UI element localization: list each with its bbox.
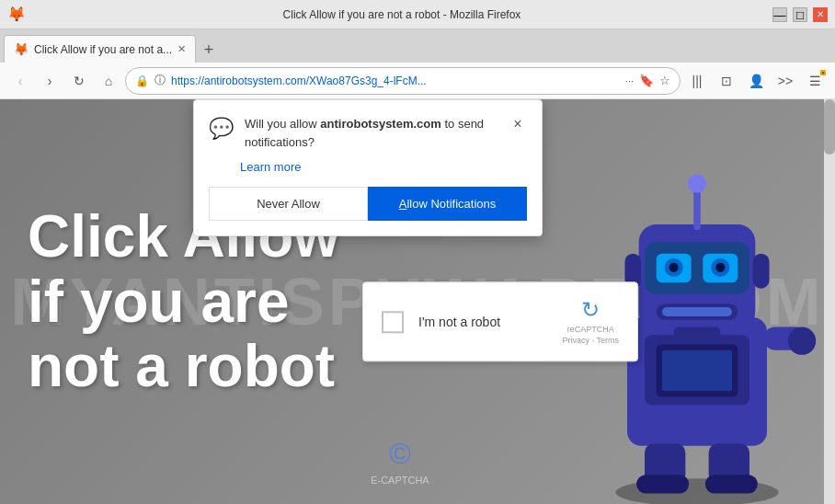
security-icon: 🔒: [135, 74, 149, 87]
maximize-button[interactable]: □: [793, 7, 807, 22]
nav-extras: ||| ⊡ 👤 >> ☰●: [684, 68, 828, 94]
window-title: Click Allow if you are not a robot - Moz…: [31, 8, 772, 21]
extensions-icon[interactable]: >>: [772, 68, 798, 94]
forward-button[interactable]: ›: [37, 68, 63, 94]
navigation-bar: ‹ › ↻ ⌂ 🔒 ⓘ https://antirobotsystem.com/…: [0, 63, 835, 99]
svg-rect-27: [753, 254, 770, 289]
chat-icon: 💬: [209, 117, 234, 141]
svg-rect-14: [662, 307, 732, 316]
title-bar: 🦊 Click Allow if you are not a robot - M…: [0, 0, 835, 29]
scrollbar-thumb[interactable]: [824, 99, 835, 155]
tab-close-button[interactable]: ✕: [177, 43, 186, 55]
firefox-icon: 🦊: [7, 6, 26, 23]
popup-buttons: Never Allow Allow Notifications: [209, 187, 527, 221]
allow-rest: llow Notifications: [406, 197, 496, 211]
popup-header: 💬 Will you allow antirobotsystem.com to …: [209, 115, 527, 151]
recaptcha-checkbox[interactable]: [382, 311, 404, 333]
popup-message: Will you allow antirobotsystem.com to se…: [245, 115, 498, 151]
recaptcha-logo: ↻ reCAPTCHA Privacy · Terms: [563, 297, 619, 346]
close-button[interactable]: ✕: [813, 7, 828, 22]
learn-more-link[interactable]: Learn more: [240, 160, 527, 174]
bookmark-icon: 🔖: [639, 74, 654, 87]
popup-site: antirobotsystem.com: [320, 117, 440, 131]
popup-close-button[interactable]: ×: [509, 115, 527, 133]
minimize-button[interactable]: —: [772, 7, 787, 22]
url-more-icon: ···: [625, 75, 634, 86]
page-content: Click Allow if you are not a robot MYANT…: [0, 99, 835, 504]
svg-rect-15: [693, 189, 701, 230]
window-controls: — □ ✕: [772, 7, 828, 22]
active-tab[interactable]: 🦊 Click Allow if you are not a... ✕: [4, 35, 196, 63]
recaptcha-label: I'm not a robot: [418, 315, 548, 329]
svg-point-21: [788, 326, 816, 354]
recaptcha-widget: I'm not a robot ↻ reCAPTCHA Privacy · Te…: [362, 281, 638, 361]
menu-button[interactable]: ☰●: [802, 68, 828, 94]
allow-notifications-button[interactable]: Allow Notifications: [368, 187, 527, 221]
sync-icon[interactable]: ⊡: [714, 68, 739, 94]
url-text: https://antirobotsystem.com/XWao87Gs3g_4…: [171, 74, 620, 87]
svg-rect-24: [636, 475, 689, 493]
browser-window: 🦊 Click Allow if you are not a robot - M…: [0, 0, 835, 504]
notification-popup: 💬 Will you allow antirobotsystem.com to …: [193, 99, 543, 236]
recaptcha-icon: ↻: [581, 297, 600, 323]
new-tab-button[interactable]: +: [196, 37, 222, 63]
svg-rect-17: [674, 326, 721, 340]
scrollbar[interactable]: [824, 99, 835, 504]
address-icon: ⓘ: [154, 73, 166, 88]
home-button[interactable]: ⌂: [96, 68, 121, 94]
ecaptcha-label: E-CAPTCHA: [371, 475, 429, 486]
tab-bar: 🦊 Click Allow if you are not a... ✕ +: [0, 29, 835, 63]
tab-favicon: 🦊: [14, 42, 29, 56]
svg-point-12: [715, 263, 725, 272]
ecaptcha-icon: ©: [389, 437, 411, 471]
svg-rect-4: [662, 350, 732, 391]
back-button[interactable]: ‹: [7, 68, 33, 94]
star-icon: ☆: [659, 74, 670, 87]
account-icon[interactable]: 👤: [743, 68, 769, 94]
tab-title: Click Allow if you are not a...: [34, 43, 172, 56]
svg-point-11: [669, 263, 679, 272]
ecaptcha-logo: © E-CAPTCHA: [371, 437, 429, 486]
never-allow-button[interactable]: Never Allow: [209, 187, 368, 221]
svg-point-16: [688, 175, 706, 193]
library-icon[interactable]: |||: [684, 68, 710, 94]
address-bar[interactable]: 🔒 ⓘ https://antirobotsystem.com/XWao87Gs…: [125, 67, 681, 95]
refresh-button[interactable]: ↻: [66, 68, 92, 94]
svg-rect-25: [705, 475, 758, 493]
recaptcha-brand: reCAPTCHA Privacy · Terms: [563, 325, 619, 346]
popup-message-prefix: Will you allow: [245, 117, 320, 131]
